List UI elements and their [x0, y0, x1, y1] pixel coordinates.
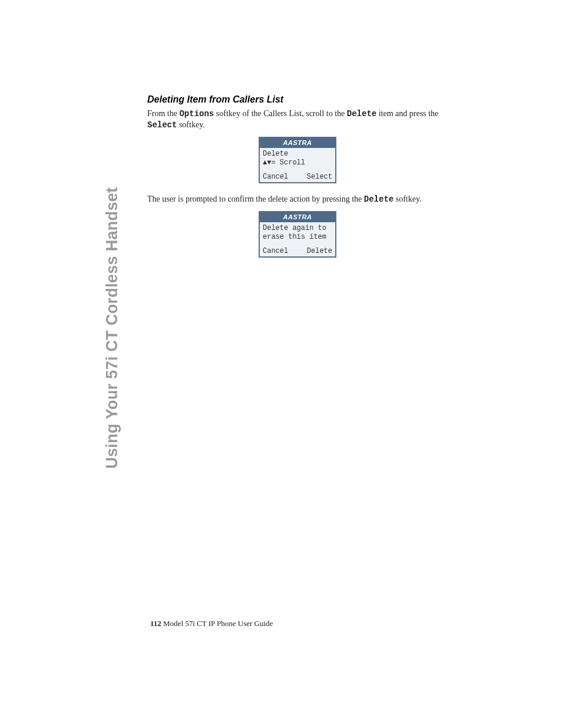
main-content: Deleting Item from Callers List From the… [147, 94, 448, 268]
section-heading: Deleting Item from Callers List [147, 94, 448, 105]
phone-screen: AASTRA Delete again to erase this item C… [259, 211, 336, 258]
inline-code-delete: Delete [347, 109, 376, 118]
phone-line-2: erase this item [263, 233, 332, 242]
phone-screenshot-1: AASTRA Delete ▲▼= Scroll Cancel Select [147, 137, 448, 183]
text-run: softkey. [394, 195, 421, 203]
phone-screenshot-2: AASTRA Delete again to erase this item C… [147, 211, 448, 258]
page-footer: 112 Model 57i CT IP Phone User Guide [150, 619, 273, 628]
page-number: 112 [150, 619, 161, 628]
text-run: item and press the [376, 109, 438, 118]
phone-line-1: Delete [263, 150, 332, 159]
text-run: The user is prompted to confirm the dele… [147, 195, 364, 203]
softkey-cancel: Cancel [263, 173, 288, 181]
phone-brand-label: AASTRA [260, 212, 335, 222]
text-run: softkey. [177, 120, 204, 129]
text-run: softkey of the Callers List, scroll to t… [214, 109, 347, 118]
phone-brand-label: AASTRA [260, 138, 335, 148]
paragraph-2: The user is prompted to confirm the dele… [147, 194, 448, 205]
phone-body: Delete ▲▼= Scroll Cancel Select [260, 148, 335, 182]
softkey-delete: Delete [307, 247, 332, 255]
phone-softkey-row: Cancel Select [263, 172, 332, 181]
inline-code-options: Options [179, 109, 214, 118]
document-page: Using Your 57i CT Cordless Handset Delet… [0, 0, 562, 728]
phone-line-2: ▲▼= Scroll [263, 159, 332, 167]
softkey-cancel: Cancel [263, 247, 288, 255]
side-chapter-title: Using Your 57i CT Cordless Handset [103, 91, 121, 469]
phone-line-1: Delete again to [263, 224, 332, 233]
softkey-select: Select [307, 173, 332, 181]
text-run: From the [147, 109, 179, 118]
footer-title: Model 57i CT IP Phone User Guide [161, 619, 273, 628]
phone-screen: AASTRA Delete ▲▼= Scroll Cancel Select [259, 137, 336, 183]
paragraph-1: From the Options softkey of the Callers … [147, 108, 448, 131]
inline-code-delete: Delete [364, 195, 394, 204]
phone-softkey-row: Cancel Delete [263, 246, 332, 255]
inline-code-select: Select [147, 120, 177, 130]
phone-body: Delete again to erase this item Cancel D… [260, 222, 335, 256]
